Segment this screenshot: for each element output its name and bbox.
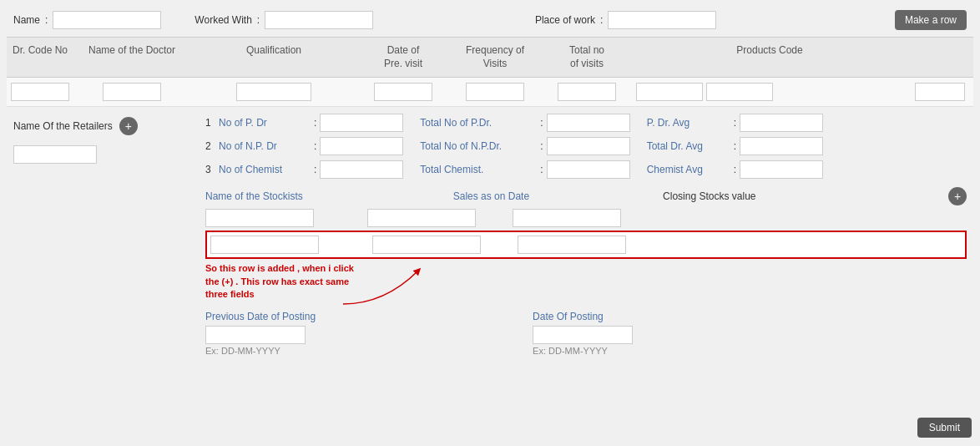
name-label: Name <box>13 14 40 26</box>
input-stockist-sales-2[interactable] <box>372 236 481 254</box>
mid-label-total-chemist: Total Chemist. <box>420 164 537 175</box>
input-no-chemist[interactable] <box>320 160 403 179</box>
submit-button[interactable]: Submit <box>917 418 972 438</box>
retailers-section-title: Name Of the Retailers + <box>13 117 192 135</box>
prev-posting-input[interactable] <box>205 326 306 344</box>
stockists-header: Name of the Stockists Sales as on Date C… <box>205 187 967 205</box>
prev-posting-hint: Ex: DD-MM-YYYY <box>205 346 316 356</box>
stat-label-chemist: No of Chemist <box>219 164 311 175</box>
top-row: Name : Worked With : Place of work : Mak… <box>7 7 973 33</box>
worked-with-label: Worked With <box>194 14 251 26</box>
stat-label-np-dr: No of N.P. Dr <box>219 140 311 152</box>
cell-total-visits <box>541 81 633 103</box>
input-qualification[interactable] <box>236 83 311 101</box>
col-head-dr-code: Dr. Code No <box>7 41 73 73</box>
highlighted-stockist-row <box>205 231 967 259</box>
annotation-arrow <box>335 262 435 312</box>
input-total-np-dr[interactable] <box>547 137 630 155</box>
right-panel: 1 No of P. Dr : Total No of P.Dr. : P. D… <box>199 110 973 304</box>
date-posting-input[interactable] <box>533 326 633 344</box>
worked-with-input[interactable] <box>265 11 373 29</box>
stat-row-num-3: 3 <box>205 164 219 175</box>
input-chemist-avg[interactable] <box>740 160 823 179</box>
worked-with-field-group: Worked With : <box>194 11 373 29</box>
stockists-closing-label: Closing Stocks value <box>663 190 755 202</box>
name-input[interactable] <box>53 11 161 29</box>
stat-label-p-dr: No of P. Dr <box>219 117 311 129</box>
add-stockist-button[interactable]: + <box>948 187 967 205</box>
stockists-name-label: Name of the Stockists <box>205 190 303 202</box>
date-posting-hint: Ex: DD-MM-YYYY <box>533 346 633 356</box>
col-head-date-prev: Date ofPre. visit <box>357 41 449 73</box>
add-retailer-button[interactable]: + <box>119 117 138 135</box>
cell-products-code <box>633 81 907 103</box>
input-products-code-1[interactable] <box>636 83 703 101</box>
place-of-work-label: Place of work <box>535 14 595 26</box>
cell-dr-code <box>7 81 73 103</box>
mid-label-total-p-dr: Total No of P.Dr. <box>420 117 537 129</box>
cell-qualification <box>190 81 357 103</box>
right-label-p-dr-avg: P. Dr. Avg <box>647 117 730 129</box>
input-frequency[interactable] <box>466 83 524 101</box>
input-total-chemist[interactable] <box>547 160 630 179</box>
input-total-p-dr[interactable] <box>547 114 630 132</box>
cell-frequency <box>449 81 541 103</box>
input-dr-code[interactable] <box>11 83 69 101</box>
stockists-row-1 <box>205 209 967 227</box>
prev-posting-field: Previous Date of Posting Ex: DD-MM-YYYY <box>205 311 316 356</box>
annotation-area: So this row is added , when i click the … <box>205 262 967 301</box>
input-stockist-closing-2[interactable] <box>518 236 626 254</box>
input-total-dr-avg[interactable] <box>740 137 823 155</box>
stockists-section: Name of the Stockists Sales as on Date C… <box>205 187 967 259</box>
col-head-frequency: Frequency ofVisits <box>449 41 541 73</box>
left-panel: Name Of the Retailers + <box>7 110 199 304</box>
col-head-name-doctor: Name of the Doctor <box>73 41 190 73</box>
col-head-total-visits: Total noof visits <box>541 41 633 73</box>
date-posting-label: Date Of Posting <box>533 311 633 322</box>
table-input-row <box>7 78 973 107</box>
col-head-products-code: Products Code <box>633 41 907 73</box>
input-extra[interactable] <box>915 83 965 101</box>
input-stockist-closing-1[interactable] <box>513 209 621 227</box>
input-date-prev[interactable] <box>374 83 432 101</box>
cell-name-doctor <box>73 81 190 103</box>
stat-row-num-1: 1 <box>205 117 219 129</box>
main-content: Name Of the Retailers + 1 No of P. Dr : … <box>7 110 973 304</box>
prev-posting-label: Previous Date of Posting <box>205 311 316 322</box>
input-p-dr-avg[interactable] <box>740 114 823 132</box>
input-products-code-2[interactable] <box>706 83 773 101</box>
retailer-name-input[interactable] <box>13 145 97 164</box>
stat-row-2: 2 No of N.P. Dr : Total No of N.P.Dr. : … <box>205 137 967 155</box>
stockists-row-2 <box>210 236 962 254</box>
input-stockist-name-1[interactable] <box>205 209 314 227</box>
cell-extra <box>907 81 973 103</box>
stat-row-3: 3 No of Chemist : Total Chemist. : Chemi… <box>205 160 967 179</box>
mid-label-total-np-dr: Total No of N.P.Dr. <box>420 140 537 152</box>
right-label-total-dr-avg: Total Dr. Avg <box>647 140 730 152</box>
input-stockist-name-2[interactable] <box>210 236 319 254</box>
posting-section: Previous Date of Posting Ex: DD-MM-YYYY … <box>199 307 973 359</box>
col-head-qualification: Qualification <box>190 41 357 73</box>
place-of-work-field-group: Place of work : <box>535 11 716 29</box>
input-name-doctor[interactable] <box>103 83 161 101</box>
right-label-chemist-avg: Chemist Avg <box>647 164 730 175</box>
input-stockist-sales-1[interactable] <box>367 209 476 227</box>
stat-row-1: 1 No of P. Dr : Total No of P.Dr. : P. D… <box>205 114 967 132</box>
col-head-extra <box>907 41 973 73</box>
retailers-label: Name Of the Retailers <box>13 120 113 132</box>
input-total-visits[interactable] <box>558 83 616 101</box>
place-of-work-input[interactable] <box>608 11 716 29</box>
cell-date-prev <box>357 81 449 103</box>
page-container: Name : Worked With : Place of work : Mak… <box>0 0 980 446</box>
annotation-text: So this row is added , when i click the … <box>205 262 356 301</box>
stockists-sales-label: Sales as on Date <box>453 190 529 202</box>
make-row-button[interactable]: Make a row <box>895 10 967 30</box>
input-no-p-dr[interactable] <box>320 114 403 132</box>
stat-row-num-2: 2 <box>205 140 219 152</box>
doctor-stats: 1 No of P. Dr : Total No of P.Dr. : P. D… <box>205 114 967 179</box>
posting-section-inner: Previous Date of Posting Ex: DD-MM-YYYY … <box>205 311 967 356</box>
input-no-np-dr[interactable] <box>320 137 403 155</box>
table-header: Dr. Code No Name of the Doctor Qualifica… <box>7 37 973 78</box>
date-posting-field: Date Of Posting Ex: DD-MM-YYYY <box>533 311 633 356</box>
name-field-group: Name : <box>13 11 161 29</box>
